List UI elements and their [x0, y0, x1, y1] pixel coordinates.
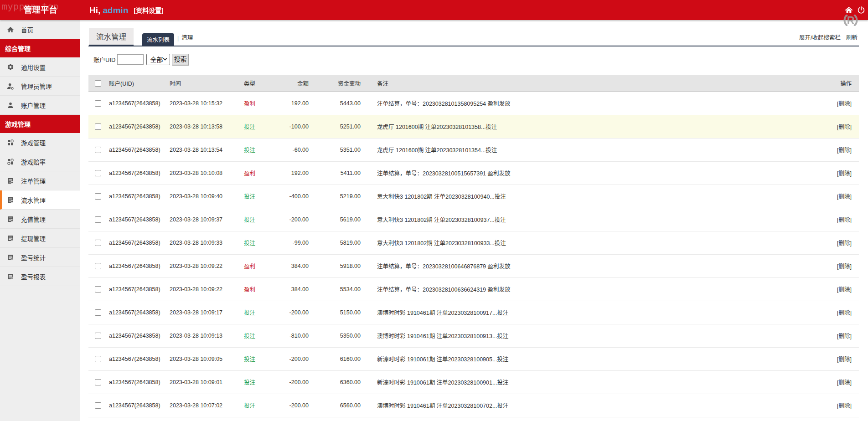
- row-checkbox[interactable]: [95, 240, 101, 246]
- tab-separator: |: [177, 35, 179, 46]
- col-amount: 金额: [289, 75, 314, 92]
- row-checkbox[interactable]: [95, 263, 101, 269]
- refresh-link[interactable]: 刷新: [846, 33, 858, 41]
- sidebar-item-report-11[interactable]: 提现管理: [0, 229, 80, 248]
- action-cell: [删除]: [809, 277, 859, 301]
- sidebar-item-admin-user-3[interactable]: 管理员管理: [0, 77, 80, 96]
- row-checkbox[interactable]: [95, 216, 101, 223]
- power-icon[interactable]: [857, 6, 865, 14]
- table-row: a1234567(2643858) 2023-03-28 10:13:54 投注…: [88, 138, 859, 161]
- row-checkbox[interactable]: [95, 309, 101, 316]
- cell-note: 注单结算，单号：20230328100636624319 盈利发放: [366, 277, 809, 301]
- uid-input[interactable]: [117, 54, 144, 65]
- cell-change: 5918.00: [314, 254, 366, 277]
- delete-link[interactable]: [删除]: [837, 240, 852, 246]
- cell-amount: -200.00: [289, 394, 314, 417]
- cell-amount: -400.00: [289, 185, 314, 208]
- report-icon: [7, 254, 14, 261]
- action-cell: [删除]: [809, 254, 859, 277]
- cell-change: 5411.00: [314, 161, 366, 185]
- row-checkbox[interactable]: [95, 356, 101, 362]
- type-select[interactable]: 全部: [146, 54, 170, 65]
- checkbox-cell: [88, 208, 109, 231]
- row-checkbox[interactable]: [95, 379, 101, 385]
- greeting-prefix: Hi,: [89, 5, 100, 15]
- sidebar-item-odds-7[interactable]: 游戏赔率: [0, 152, 80, 171]
- cell-amount: 384.00: [289, 277, 314, 301]
- delete-link[interactable]: [删除]: [837, 101, 852, 107]
- sidebar-item-report-8[interactable]: 注单管理: [0, 171, 80, 190]
- checkbox-cell: [88, 92, 109, 115]
- tab-flow-list[interactable]: 流水列表: [142, 33, 174, 46]
- delete-link[interactable]: [删除]: [837, 380, 852, 386]
- row-checkbox[interactable]: [95, 100, 101, 107]
- admin-user-icon: [7, 82, 14, 90]
- cell-type: 投注: [244, 347, 289, 370]
- delete-link[interactable]: [删除]: [837, 403, 852, 409]
- cell-amount: -99.00: [289, 231, 314, 254]
- delete-link[interactable]: [删除]: [837, 170, 852, 177]
- row-checkbox[interactable]: [95, 286, 101, 293]
- cell-time: 2023-03-28 10:09:40: [170, 185, 244, 208]
- delete-link[interactable]: [删除]: [837, 263, 852, 270]
- delete-link[interactable]: [删除]: [837, 310, 852, 316]
- cell-amount: 384.00: [289, 254, 314, 277]
- sidebar-item-label: 盈亏报表: [21, 272, 46, 281]
- cell-change: 5150.00: [314, 301, 366, 324]
- search-button[interactable]: 搜索: [172, 54, 188, 65]
- cell-change: 5251.00: [314, 115, 366, 138]
- row-checkbox[interactable]: [95, 147, 101, 153]
- sidebar-item-report-10[interactable]: 充值管理: [0, 210, 80, 229]
- sidebar-section[interactable]: 游戏管理: [0, 115, 80, 133]
- cell-uid: a1234567(2643858): [109, 254, 170, 277]
- row-checkbox[interactable]: [95, 402, 101, 409]
- col-note: 备注: [366, 75, 809, 92]
- cell-time: 2023-03-28 10:09:22: [170, 254, 244, 277]
- select-all-checkbox[interactable]: [95, 80, 101, 87]
- delete-link[interactable]: [删除]: [837, 287, 852, 293]
- sidebar-item-gear-2[interactable]: 通用设置: [0, 57, 80, 77]
- cell-amount: 192.00: [289, 92, 314, 115]
- row-checkbox[interactable]: [95, 333, 101, 339]
- module-tab[interactable]: 流水管理: [89, 28, 134, 46]
- cell-uid: a1234567(2643858): [109, 370, 170, 394]
- main-content: 流水管理 流水列表 | 清理 展开/收起搜索栏 刷新 账户UID 全部 搜索 账…: [81, 20, 868, 421]
- sidebar-section[interactable]: 综合管理: [0, 39, 80, 57]
- gear-icon: [7, 63, 14, 71]
- sidebar-item-report-9[interactable]: 流水管理: [0, 190, 80, 210]
- cell-uid: a1234567(2643858): [109, 92, 170, 115]
- delete-link[interactable]: [删除]: [837, 194, 852, 200]
- col-action: 操作: [809, 75, 859, 92]
- profile-settings-link[interactable]: [资料设置]: [134, 7, 163, 14]
- row-checkbox[interactable]: [95, 170, 101, 176]
- delete-link[interactable]: [删除]: [837, 147, 852, 154]
- greeting: Hi,admin[资料设置]: [89, 0, 164, 20]
- action-cell: [删除]: [809, 185, 859, 208]
- sidebar-item-games-6[interactable]: 游戏管理: [0, 133, 80, 152]
- action-cell: [删除]: [809, 92, 859, 115]
- action-cell: [删除]: [809, 231, 859, 254]
- action-cell: [删除]: [809, 138, 859, 161]
- row-checkbox[interactable]: [95, 123, 101, 130]
- row-checkbox[interactable]: [95, 193, 101, 200]
- checkbox-cell: [88, 254, 109, 277]
- cell-change: 6560.00: [314, 394, 366, 417]
- table-row: a1234567(2643858) 2023-03-28 10:09:22 盈利…: [88, 254, 859, 277]
- sidebar-item-report-12[interactable]: 盈亏统计: [0, 248, 80, 267]
- delete-link[interactable]: [删除]: [837, 124, 852, 130]
- home-icon[interactable]: [845, 6, 853, 14]
- cell-type: 盈利: [244, 92, 289, 115]
- toggle-search-link[interactable]: 展开/收起搜索栏: [799, 33, 841, 41]
- tab-actions: 展开/收起搜索栏 刷新: [799, 33, 858, 46]
- sidebar-item-home-0[interactable]: 首页: [0, 20, 80, 39]
- cell-amount: -200.00: [289, 370, 314, 394]
- action-cell: [删除]: [809, 394, 859, 417]
- delete-link[interactable]: [删除]: [837, 333, 852, 339]
- checkbox-cell: [88, 277, 109, 301]
- delete-link[interactable]: [删除]: [837, 217, 852, 223]
- cell-uid: a1234567(2643858): [109, 347, 170, 370]
- tab-clean[interactable]: 清理: [181, 33, 193, 46]
- sidebar-item-user-4[interactable]: 账户管理: [0, 96, 80, 115]
- sidebar-item-report-13[interactable]: 盈亏报表: [0, 267, 80, 286]
- delete-link[interactable]: [删除]: [837, 356, 852, 363]
